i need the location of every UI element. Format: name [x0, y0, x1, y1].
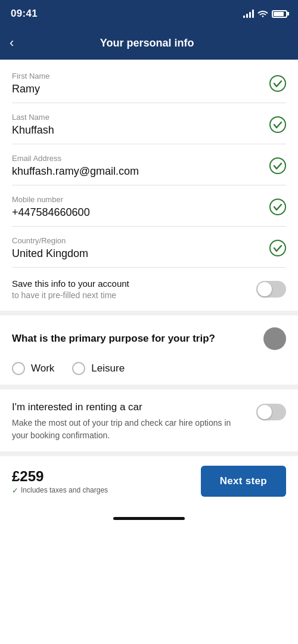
field-label-4: Country/Region [12, 236, 262, 245]
wifi-icon [257, 9, 268, 19]
price-check-icon: ✓ [12, 486, 18, 495]
car-rental-section: I'm interested in renting a car Make the… [0, 389, 298, 456]
save-info-subtitle: to have it pre-filled next time [12, 290, 249, 300]
check-icon-4 [269, 240, 286, 256]
field-label-1: Last Name [12, 113, 262, 122]
field-value-4: United Kingdom [12, 247, 262, 260]
toggle-thumb [257, 282, 272, 296]
radio-circle-leisure [72, 362, 85, 375]
price-note: ✓ Includes taxes and charges [12, 486, 108, 495]
radio-label-leisure: Leisure [91, 363, 125, 374]
check-icon-0 [269, 75, 286, 92]
field-label-3: Mobile number [12, 195, 262, 204]
field-value-0: Ramy [12, 83, 262, 95]
field-group-0[interactable]: First Name Ramy [12, 60, 286, 103]
price-note-text: Includes taxes and charges [21, 486, 108, 494]
price-amount: £259 [12, 468, 108, 485]
field-label-0: First Name [12, 72, 262, 80]
save-info-section: Save this info to your account to have i… [0, 268, 298, 315]
check-icon-2 [269, 157, 286, 174]
radio-circle-work [12, 362, 25, 375]
next-step-button[interactable]: Next step [201, 466, 286, 497]
trip-purpose-section: What is the primary purpose for your tri… [0, 315, 298, 389]
car-rental-title: I'm interested in renting a car [12, 401, 249, 413]
home-bar [113, 517, 185, 520]
radio-options: Work Leisure [12, 362, 286, 375]
field-value-2: khuffash.ramy@gmail.com [12, 165, 262, 178]
save-info-toggle[interactable] [256, 281, 286, 298]
radio-option-leisure[interactable]: Leisure [72, 362, 125, 375]
car-toggle-thumb [257, 405, 272, 419]
car-rental-description: Make the most out of your trip and check… [12, 417, 249, 442]
trip-purpose-question: What is the primary purpose for your tri… [12, 332, 257, 345]
check-icon-3 [269, 199, 286, 215]
field-group-1[interactable]: Last Name Khuffash [12, 103, 286, 144]
header: ‹ Your personal info [0, 26, 298, 60]
field-label-2: Email Address [12, 154, 262, 163]
field-value-1: Khuffash [12, 124, 262, 137]
page-title: Your personal info [23, 37, 271, 49]
footer: £259 ✓ Includes taxes and charges Next s… [0, 456, 298, 511]
status-bar: 09:41 [0, 0, 298, 26]
signal-icon [243, 10, 254, 18]
field-group-4[interactable]: Country/Region United Kingdom [12, 227, 286, 268]
info-circle-icon[interactable] [263, 327, 286, 350]
battery-icon [272, 10, 287, 18]
home-indicator [0, 511, 298, 525]
radio-option-work[interactable]: Work [12, 362, 54, 375]
field-group-2[interactable]: Email Address khuffash.ramy@gmail.com [12, 144, 286, 185]
price-section: £259 ✓ Includes taxes and charges [12, 468, 108, 495]
back-button[interactable]: ‹ [10, 30, 18, 55]
status-icons [243, 9, 287, 19]
radio-label-work: Work [31, 363, 54, 374]
field-group-3[interactable]: Mobile number +447584660600 [12, 185, 286, 227]
form-section: First Name Ramy Last Name Khuffash Email… [0, 60, 298, 268]
car-rental-toggle[interactable] [256, 404, 286, 420]
status-time: 09:41 [11, 8, 38, 20]
check-icon-1 [269, 116, 286, 133]
field-value-3: +447584660600 [12, 206, 262, 219]
save-info-title: Save this info to your account [12, 278, 249, 289]
